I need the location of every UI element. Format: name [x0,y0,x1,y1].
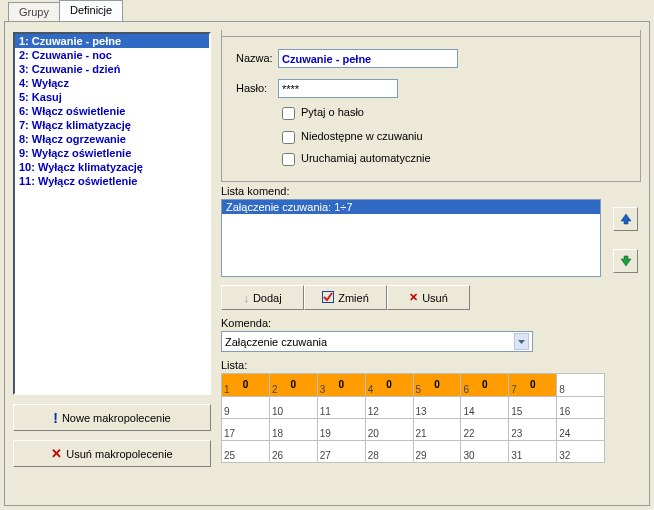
definition-item[interactable]: 9: Wyłącz oświetlenie [15,146,209,160]
down-arrow-icon: ↓ [243,292,249,304]
add-label: Dodaj [253,292,282,304]
definition-item[interactable]: 6: Włącz oświetlenie [15,104,209,118]
grid-cell[interactable]: 20 [365,419,413,441]
delete-button[interactable]: ✕ Usuń [387,285,470,310]
move-down-button[interactable] [613,249,638,273]
grid-cell[interactable]: 31 [509,441,557,463]
definition-item[interactable]: 3: Czuwanie - dzień [15,62,209,76]
definition-item[interactable]: 7: Włącz klimatyzację [15,118,209,132]
move-up-button[interactable] [613,207,638,231]
grid-cell[interactable]: 12 [365,397,413,419]
x-icon: ✕ [409,291,418,304]
definition-item[interactable]: 5: Kasuj [15,90,209,104]
grid-cell[interactable]: 19 [317,419,365,441]
arrow-up-icon [620,213,632,225]
grid-cell[interactable]: 22 [461,419,509,441]
grid-cell[interactable]: 05 [413,374,461,397]
autorun-checkbox[interactable]: Uruchamiaj automatycznie [278,150,431,169]
list-grid[interactable]: 0102030405060789101112131415161718192021… [221,373,605,463]
grid-cell[interactable]: 07 [509,374,557,397]
name-label: Nazwa: [236,52,273,64]
command-label: Komenda: [221,317,271,329]
tab-grupy[interactable]: Grupy [8,2,60,21]
definition-item[interactable]: 4: Wyłącz [15,76,209,90]
definition-item[interactable]: 2: Czuwanie - noc [15,48,209,62]
grid-cell[interactable]: 18 [269,419,317,441]
password-input[interactable] [278,79,398,98]
grid-cell[interactable]: 14 [461,397,509,419]
new-macro-button[interactable]: ! Nowe makropolecenie [13,404,211,431]
grid-cell[interactable]: 01 [222,374,270,397]
check-icon [322,291,334,305]
grid-cell[interactable]: 17 [222,419,270,441]
arrow-down-icon [620,255,632,267]
grid-cell[interactable]: 06 [461,374,509,397]
exclamation-icon: ! [53,410,58,426]
chevron-down-icon [514,333,529,350]
definition-form: Nazwa: Hasło: Pytaj o hasło Niedostępne … [221,30,641,182]
grid-cell[interactable]: 02 [269,374,317,397]
grid-cell[interactable]: 26 [269,441,317,463]
change-label: Zmień [338,292,369,304]
grid-cell[interactable]: 30 [461,441,509,463]
grid-cell[interactable]: 13 [413,397,461,419]
definition-item[interactable]: 11: Wyłącz oświetlenie [15,174,209,188]
definition-item[interactable]: 10: Wyłącz klimatyzację [15,160,209,174]
delete-macro-label: Usuń makropolecenie [66,448,172,460]
grid-cell[interactable]: 28 [365,441,413,463]
definition-item[interactable]: 1: Czuwanie - pełne [15,34,209,48]
grid-cell[interactable]: 16 [557,397,605,419]
grid-cell[interactable]: 11 [317,397,365,419]
grid-cell[interactable]: 21 [413,419,461,441]
delete-macro-button[interactable]: ✕ Usuń makropolecenie [13,440,211,467]
grid-cell[interactable]: 15 [509,397,557,419]
grid-cell[interactable]: 29 [413,441,461,463]
unavailable-checkbox[interactable]: Niedostępne w czuwaniu [278,128,423,147]
grid-cell[interactable]: 25 [222,441,270,463]
grid-cell[interactable]: 8 [557,374,605,397]
tab-definicje[interactable]: Definicje [59,0,123,21]
grid-cell[interactable]: 03 [317,374,365,397]
commands-listbox[interactable]: Załączenie czuwania: 1÷7 [221,199,601,277]
grid-cell[interactable]: 04 [365,374,413,397]
command-item[interactable]: Załączenie czuwania: 1÷7 [222,200,600,214]
command-value: Załączenie czuwania [225,336,327,348]
add-button[interactable]: ↓ Dodaj [221,285,304,310]
delete-label: Usuń [422,292,448,304]
definition-item[interactable]: 8: Włącz ogrzewanie [15,132,209,146]
grid-cell[interactable]: 9 [222,397,270,419]
ask-password-checkbox[interactable]: Pytaj o hasło [278,104,364,123]
commands-list-label: Lista komend: [221,185,289,197]
command-combobox[interactable]: Załączenie czuwania [221,331,533,352]
tab-panel: 1: Czuwanie - pełne2: Czuwanie - noc3: C… [4,21,650,506]
x-icon: ✕ [51,446,62,461]
change-button[interactable]: Zmień [304,285,387,310]
grid-cell[interactable]: 32 [557,441,605,463]
new-macro-label: Nowe makropolecenie [62,412,171,424]
grid-cell[interactable]: 24 [557,419,605,441]
name-input[interactable] [278,49,458,68]
grid-cell[interactable]: 27 [317,441,365,463]
grid-cell[interactable]: 10 [269,397,317,419]
password-label: Hasło: [236,82,267,94]
lista-label: Lista: [221,359,247,371]
grid-cell[interactable]: 23 [509,419,557,441]
definitions-list[interactable]: 1: Czuwanie - pełne2: Czuwanie - noc3: C… [13,32,211,395]
